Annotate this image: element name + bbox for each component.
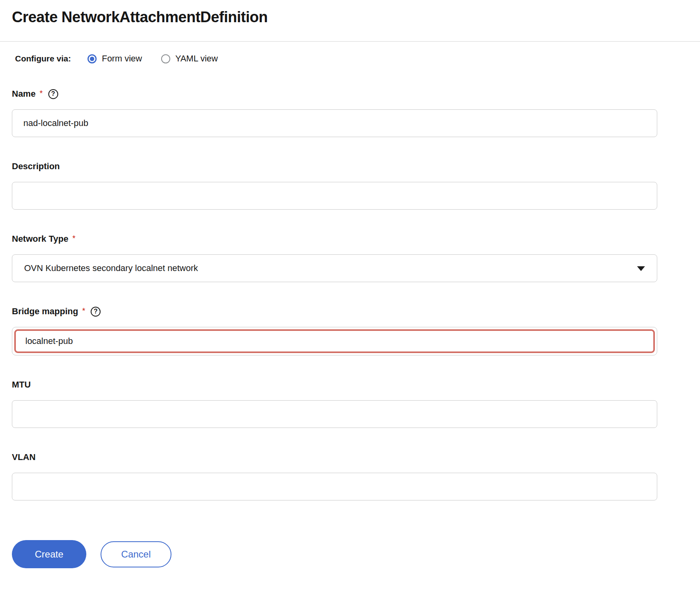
radio-unselected-icon[interactable] [161, 54, 170, 63]
create-button[interactable]: Create [12, 540, 86, 568]
network-type-label: Network Type [12, 234, 68, 244]
mtu-label: MTU [12, 380, 31, 390]
field-bridge-mapping: Bridge mapping * ? [12, 306, 657, 355]
nad-create-form: Name * ? Description Network Type * OVN … [0, 65, 669, 590]
field-bridge-mapping-label-row: Bridge mapping * ? [12, 306, 657, 317]
page-header: Create NetworkAttachmentDefinition [0, 0, 700, 42]
network-type-selected-value: OVN Kubernetes secondary localnet networ… [24, 263, 198, 273]
radio-selected-icon[interactable] [88, 54, 97, 63]
name-label: Name [12, 89, 36, 99]
field-network-type-label-row: Network Type * [12, 233, 657, 244]
page-title: Create NetworkAttachmentDefinition [12, 9, 688, 26]
field-name: Name * ? [12, 88, 657, 137]
caret-down-icon [637, 266, 645, 271]
field-mtu-label-row: MTU [12, 379, 657, 390]
configure-via-toolbar: Configure via: Form view YAML view [0, 42, 700, 65]
network-type-select[interactable]: OVN Kubernetes secondary localnet networ… [12, 254, 657, 282]
name-help-icon[interactable]: ? [48, 89, 58, 99]
name-input[interactable] [12, 109, 657, 137]
radio-form-view[interactable]: Form view [88, 53, 142, 64]
field-network-type: Network Type * OVN Kubernetes secondary … [12, 233, 657, 282]
field-description: Description [12, 161, 657, 210]
field-description-label-row: Description [12, 161, 657, 172]
required-asterisk: * [40, 89, 43, 98]
form-actions: Create Cancel [12, 540, 669, 590]
description-label: Description [12, 161, 60, 172]
field-vlan-label-row: VLAN [12, 452, 657, 463]
bridge-mapping-input-highlight [12, 327, 657, 355]
bridge-mapping-input[interactable] [14, 329, 655, 353]
radio-form-view-label: Form view [102, 53, 142, 64]
radio-yaml-view-label: YAML view [175, 53, 218, 64]
configure-via-label: Configure via: [15, 54, 71, 63]
cancel-button[interactable]: Cancel [101, 541, 171, 567]
mtu-input[interactable] [12, 400, 657, 428]
vlan-input[interactable] [12, 473, 657, 500]
field-name-label-row: Name * ? [12, 88, 657, 99]
required-asterisk: * [82, 306, 85, 315]
field-mtu: MTU [12, 379, 657, 428]
required-asterisk: * [72, 234, 76, 243]
field-vlan: VLAN [12, 452, 657, 500]
bridge-mapping-help-icon[interactable]: ? [91, 307, 101, 317]
description-input[interactable] [12, 182, 657, 210]
radio-yaml-view[interactable]: YAML view [161, 53, 218, 64]
bridge-mapping-label: Bridge mapping [12, 306, 78, 317]
vlan-label: VLAN [12, 452, 36, 462]
